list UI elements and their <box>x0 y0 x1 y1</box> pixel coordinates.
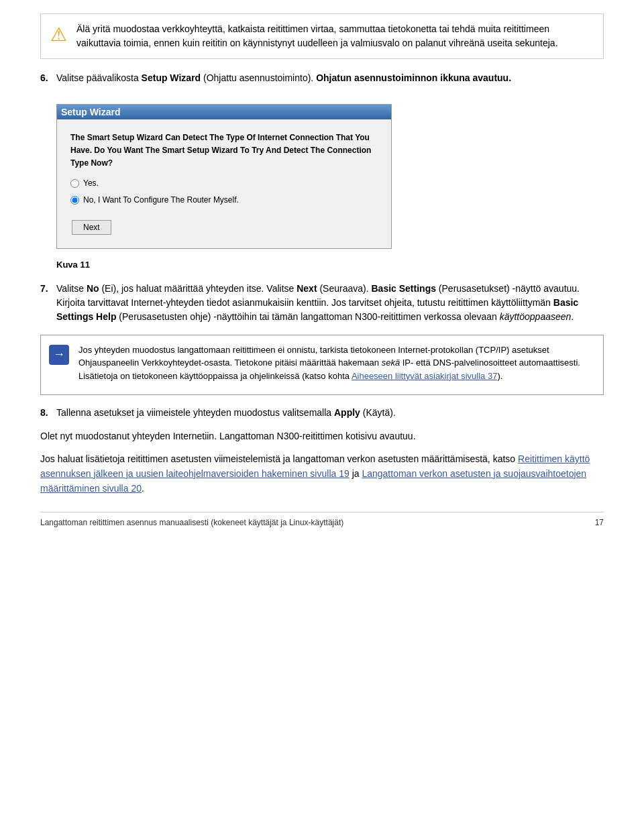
footer-left: Langattoman reitittimen asennus manuaali… <box>40 518 343 527</box>
info-arrow-icon: → <box>49 345 69 365</box>
more-info-para: Jos haluat lisätietoja reitittimen asetu… <box>40 452 604 496</box>
info-box-link1[interactable]: Aiheeseen liittyvät asiakirjat sivulla 3… <box>352 371 498 381</box>
wizard-body: The Smart Setup Wizard Can Detect The Ty… <box>70 127 378 239</box>
connection-established-para: Olet nyt muodostanut yhteyden Internetii… <box>40 429 604 444</box>
footer: Langattoman reitittimen asennus manuaali… <box>40 512 604 527</box>
section-8-item: 8. Tallenna asetukset ja viimeistele yht… <box>40 406 604 420</box>
wizard-option2-label: No, I Want To Configure The Router Mysel… <box>83 194 239 207</box>
section-6-item: 6. Valitse päävalikosta Setup Wizard (Oh… <box>40 71 604 85</box>
wizard-next-button[interactable]: Next <box>72 220 111 235</box>
section-8-num: 8. <box>40 406 52 420</box>
wizard-radio-yes[interactable] <box>70 179 79 188</box>
info-box-para1: Jos yhteyden muodostus langattomaan reit… <box>78 343 594 383</box>
page-content: ⚠ Älä yritä muodostaa verkkoyhteyttä, ka… <box>40 13 604 527</box>
wizard-option1-row: Yes. <box>70 177 378 190</box>
section-6-text: Valitse päävalikosta Setup Wizard (Ohjat… <box>56 71 511 85</box>
figure-caption: Kuva 11 <box>56 260 604 270</box>
setup-wizard-box: Setup Wizard The Smart Setup Wizard Can … <box>56 104 392 249</box>
warning-box: ⚠ Älä yritä muodostaa verkkoyhteyttä, ka… <box>40 13 604 59</box>
footer-right: 17 <box>595 518 604 527</box>
wizard-heading: The Smart Setup Wizard Can Detect The Ty… <box>70 131 378 170</box>
warning-text: Älä yritä muodostaa verkkoyhteyttä, katk… <box>76 22 594 50</box>
wizard-radio-no[interactable] <box>70 196 79 205</box>
section-7-num: 7. <box>40 282 52 324</box>
info-box: → Jos yhteyden muodostus langattomaan re… <box>40 335 604 396</box>
warning-icon: ⚠ <box>50 23 67 46</box>
section-6-num: 6. <box>40 71 52 85</box>
section-7-item: 7. Valitse No (Ei), jos haluat määrittää… <box>40 282 604 324</box>
section-8-text: Tallenna asetukset ja viimeistele yhteyd… <box>56 406 396 420</box>
wizard-option2-row: No, I Want To Configure The Router Mysel… <box>70 194 378 207</box>
wizard-title: Setup Wizard <box>57 105 391 119</box>
wizard-option1-label: Yes. <box>83 177 99 190</box>
section-7-text: Valitse No (Ei), jos haluat määrittää yh… <box>56 282 604 324</box>
